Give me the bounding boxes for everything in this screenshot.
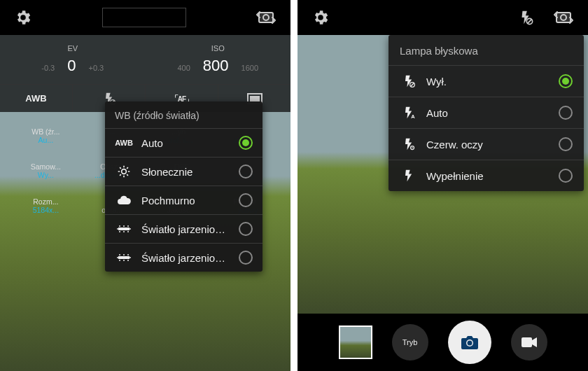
iso-minus: 400: [177, 64, 190, 72]
bottom-bar: Tryb: [298, 314, 588, 371]
switch-camera-icon[interactable]: [553, 10, 574, 25]
fluorescent-icon: [115, 253, 133, 262]
ev-control[interactable]: EV -0.3 0 +0.3: [0, 35, 146, 84]
radio-icon: [239, 164, 253, 178]
flash-option-fill[interactable]: Wypełnienie: [388, 160, 584, 191]
grid-wb[interactable]: WB (źr...Au...: [13, 127, 79, 144]
sun-icon: [115, 164, 133, 178]
phone-right: Lampa błyskowa Wył. A Auto Czerw. oczy W…: [298, 0, 588, 371]
grid-timer[interactable]: Samow...Wy...: [13, 162, 79, 179]
svg-rect-17: [522, 337, 532, 347]
switch-camera-icon[interactable]: [255, 10, 276, 25]
spacer: [102, 8, 186, 27]
ev-label: EV: [67, 44, 78, 52]
fluorescent-icon: [115, 224, 133, 234]
flash-on-icon: [400, 169, 418, 183]
ev-plus: +0.3: [89, 64, 104, 72]
settings-icon[interactable]: [14, 8, 32, 27]
awb-icon: AWB: [115, 139, 133, 147]
svg-rect-4: [250, 96, 260, 102]
wb-option-sunny[interactable]: Słonecznie: [105, 157, 262, 186]
svg-rect-7: [118, 256, 130, 259]
top-bar: [0, 0, 290, 35]
top-bar: [298, 0, 588, 35]
wb-option-cloudy[interactable]: Pochmurno: [105, 186, 262, 214]
grid-size[interactable]: Rozm...5184x...: [13, 197, 79, 214]
iso-plus: 1600: [241, 64, 258, 72]
flash-option-auto[interactable]: A Auto: [388, 97, 584, 128]
flash-option-off[interactable]: Wył.: [388, 65, 584, 97]
radio-selected: [559, 74, 573, 88]
svg-rect-6: [118, 227, 130, 230]
svg-point-5: [122, 169, 127, 174]
wb-popup-title: WB (źródło światła): [105, 102, 262, 128]
ev-iso-panel: EV -0.3 0 +0.3 ISO 400 800 1600: [0, 35, 290, 84]
flash-auto-icon: A: [400, 106, 418, 120]
ev-minus: -0.3: [41, 64, 55, 72]
svg-point-14: [412, 147, 413, 148]
wb-popup: WB (źródło światła) AWB Auto Słonecznie …: [105, 102, 262, 272]
svg-point-16: [467, 341, 472, 346]
settings-icon[interactable]: [312, 8, 330, 27]
wb-option-label: Auto: [141, 137, 230, 149]
gallery-thumbnail[interactable]: [339, 326, 372, 359]
cloud-icon: [115, 195, 133, 206]
flash-redeye-icon: [400, 137, 418, 151]
svg-text:A: A: [411, 113, 415, 120]
mode-button[interactable]: Tryb: [392, 324, 428, 360]
wb-option-fluorescent-1[interactable]: Światło jarzeniow...: [105, 214, 262, 243]
wb-option-auto[interactable]: AWB Auto: [105, 128, 262, 157]
ev-value: 0: [67, 57, 76, 75]
wb-option-fluorescent-2[interactable]: Światło jarzeniow...: [105, 243, 262, 272]
flash-popup-title: Lampa błyskowa: [388, 35, 584, 65]
video-button[interactable]: [511, 324, 547, 360]
quick-awb[interactable]: AWB: [0, 84, 72, 112]
radio-selected: [239, 136, 253, 150]
flash-option-redeye[interactable]: Czerw. oczy: [388, 128, 584, 160]
flash-popup: Lampa błyskowa Wył. A Auto Czerw. oczy W…: [388, 35, 584, 191]
flash-off-icon: [400, 74, 418, 88]
shutter-button[interactable]: [448, 321, 491, 364]
iso-control[interactable]: ISO 400 800 1600: [146, 35, 291, 84]
phone-left: EV -0.3 0 +0.3 ISO 400 800 1600 AWB: [0, 0, 290, 371]
flash-icon[interactable]: [518, 10, 533, 25]
iso-value: 800: [203, 57, 229, 75]
iso-label: ISO: [211, 44, 225, 52]
